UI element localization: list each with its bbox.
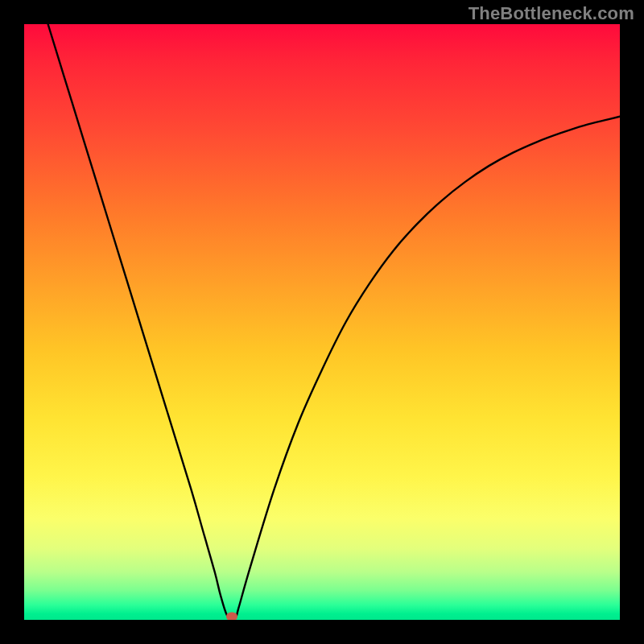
plot-area (24, 24, 620, 620)
watermark-text: TheBottleneck.com (469, 3, 634, 24)
optimum-marker (226, 613, 237, 620)
chart-frame: TheBottleneck.com (0, 0, 644, 644)
curve-svg (24, 24, 620, 620)
bottleneck-curve (48, 24, 620, 619)
